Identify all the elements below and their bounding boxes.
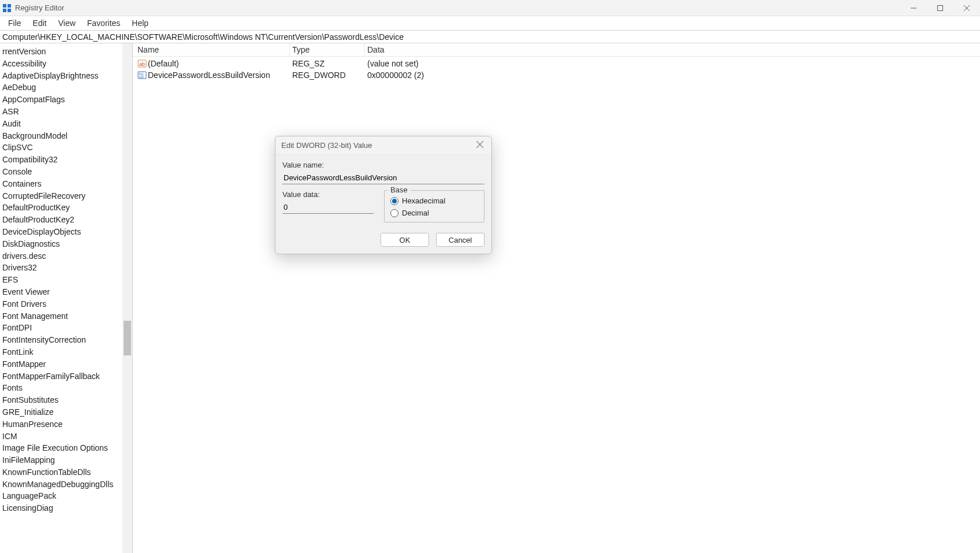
radio-dot-icon (390, 197, 398, 205)
tree-item[interactable]: Accessibility (0, 58, 132, 70)
address-bar[interactable]: Computer\HKEY_LOCAL_MACHINE\SOFTWARE\Mic… (0, 30, 980, 43)
list-row[interactable]: 011110DevicePasswordLessBuildVersionREG_… (133, 69, 980, 81)
svg-rect-0 (3, 4, 6, 8)
menu-view[interactable]: View (53, 17, 81, 29)
row-data-text: 0x00000002 (2) (365, 70, 538, 80)
tree-item[interactable]: KnownFunctionTableDlls (0, 466, 132, 478)
dialog-titlebar[interactable]: Edit DWORD (32-bit) Value (275, 136, 491, 155)
value-name-input[interactable] (282, 172, 485, 184)
tree-item[interactable]: Console (0, 166, 132, 178)
tree-item[interactable]: Compatibility32 (0, 154, 132, 166)
value-list-pane: Name Type Data ab(Default)REG_SZ(value n… (133, 43, 980, 553)
tree-item[interactable]: AeDebug (0, 81, 132, 94)
string-value-icon: ab (137, 59, 147, 68)
menu-edit[interactable]: Edit (27, 17, 53, 29)
svg-rect-5 (938, 5, 943, 10)
tree-item[interactable]: Font Management (0, 310, 132, 322)
row-type-text: REG_SZ (290, 59, 365, 68)
tree-item[interactable]: BackgroundModel (0, 130, 132, 142)
binary-value-icon: 011110 (137, 70, 147, 80)
row-name-text: DevicePasswordLessBuildVersion (148, 70, 270, 80)
tree-item[interactable]: FontLink (0, 346, 132, 358)
tree-item[interactable]: ClipSVC (0, 142, 132, 154)
dialog-close-button[interactable] (474, 141, 486, 150)
radio-dot-icon (390, 209, 398, 217)
tree-item[interactable]: FontDPI (0, 322, 132, 334)
tree-item[interactable]: ICM (0, 430, 132, 443)
tree-item[interactable]: LanguagePack (0, 490, 132, 502)
svg-rect-1 (8, 4, 11, 8)
dialog-title: Edit DWORD (32-bit) Value (281, 141, 372, 150)
radio-hex-label: Hexadecimal (402, 196, 445, 205)
tree-item[interactable]: FontSubstitutes (0, 394, 132, 406)
cancel-button[interactable]: Cancel (436, 233, 485, 247)
app-icon (2, 3, 12, 13)
column-data[interactable]: Data (365, 43, 538, 56)
base-group: Base Hexadecimal Decimal (384, 190, 485, 222)
tree-item[interactable]: AppCompatFlags (0, 94, 132, 106)
tree-item[interactable]: GRE_Initialize (0, 406, 132, 418)
column-type[interactable]: Type (290, 43, 365, 56)
row-data-text: (value not set) (365, 59, 538, 68)
tree-item[interactable]: FontMapperFamilyFallback (0, 370, 132, 383)
radio-decimal[interactable]: Decimal (390, 209, 478, 217)
tree-item[interactable]: KnownManagedDebuggingDlls (0, 478, 132, 491)
svg-text:110: 110 (139, 75, 144, 79)
address-path: Computer\HKEY_LOCAL_MACHINE\SOFTWARE\Mic… (2, 32, 404, 42)
tree-item[interactable]: FontIntensityCorrection (0, 334, 132, 346)
tree-item[interactable]: CorruptedFileRecovery (0, 190, 132, 202)
svg-text:ab: ab (139, 61, 145, 67)
tree-item[interactable]: DefaultProductKey2 (0, 214, 132, 226)
tree-item[interactable]: drivers.desc (0, 250, 132, 262)
value-data-input[interactable] (282, 201, 374, 214)
tree-pane: rrentVersionAccessibilityAdaptiveDisplay… (0, 43, 133, 553)
row-name-text: (Default) (148, 59, 179, 68)
tree-item[interactable]: Font Drivers (0, 298, 132, 310)
list-header: Name Type Data (133, 43, 980, 57)
tree-item[interactable]: FontMapper (0, 358, 132, 370)
tree-item[interactable]: Containers (0, 178, 132, 190)
window-title: Registry Editor (15, 3, 64, 12)
tree-item[interactable]: Audit (0, 118, 132, 130)
minimize-button[interactable] (900, 0, 927, 16)
tree-item[interactable]: Fonts (0, 382, 132, 394)
tree-item[interactable]: Drivers32 (0, 262, 132, 274)
row-type-text: REG_DWORD (290, 70, 365, 80)
svg-rect-3 (8, 9, 11, 12)
column-name[interactable]: Name (133, 43, 290, 56)
menu-favorites[interactable]: Favorites (81, 17, 126, 29)
svg-rect-2 (3, 9, 6, 12)
value-name-label: Value name: (282, 161, 485, 169)
edit-dword-dialog: Edit DWORD (32-bit) Value Value name: Va… (275, 136, 492, 254)
tree-item[interactable]: HumanPresence (0, 418, 132, 430)
radio-hexadecimal[interactable]: Hexadecimal (390, 196, 478, 205)
base-legend: Base (388, 185, 410, 194)
tree-item[interactable]: Image File Execution Options (0, 442, 132, 454)
window-controls (900, 0, 980, 16)
radio-dec-label: Decimal (402, 209, 429, 217)
tree-item[interactable]: DiskDiagnostics (0, 238, 132, 250)
maximize-button[interactable] (927, 0, 953, 16)
menu-help[interactable]: Help (126, 17, 154, 29)
menu-bar: File Edit View Favorites Help (0, 16, 980, 30)
tree-item[interactable]: ASR (0, 106, 132, 118)
tree-item[interactable]: Event Viewer (0, 286, 132, 298)
tree-item[interactable]: LicensingDiag (0, 502, 132, 514)
tree-item[interactable]: EFS (0, 274, 132, 286)
list-row[interactable]: ab(Default)REG_SZ(value not set) (133, 58, 980, 69)
close-button[interactable] (953, 0, 980, 16)
tree-item[interactable]: DeviceDisplayObjects (0, 226, 132, 238)
tree-item[interactable]: AdaptiveDisplayBrightness (0, 70, 132, 82)
window-titlebar: Registry Editor (0, 0, 980, 16)
tree-item[interactable]: DefaultProductKey (0, 202, 132, 214)
tree-scrollbar[interactable] (122, 43, 132, 553)
tree-scroll-thumb[interactable] (124, 321, 131, 355)
value-data-label: Value data: (282, 190, 374, 199)
tree-item[interactable]: IniFileMapping (0, 454, 132, 466)
tree-item[interactable]: rrentVersion (0, 46, 132, 58)
ok-button[interactable]: OK (381, 233, 429, 247)
menu-file[interactable]: File (2, 17, 27, 29)
